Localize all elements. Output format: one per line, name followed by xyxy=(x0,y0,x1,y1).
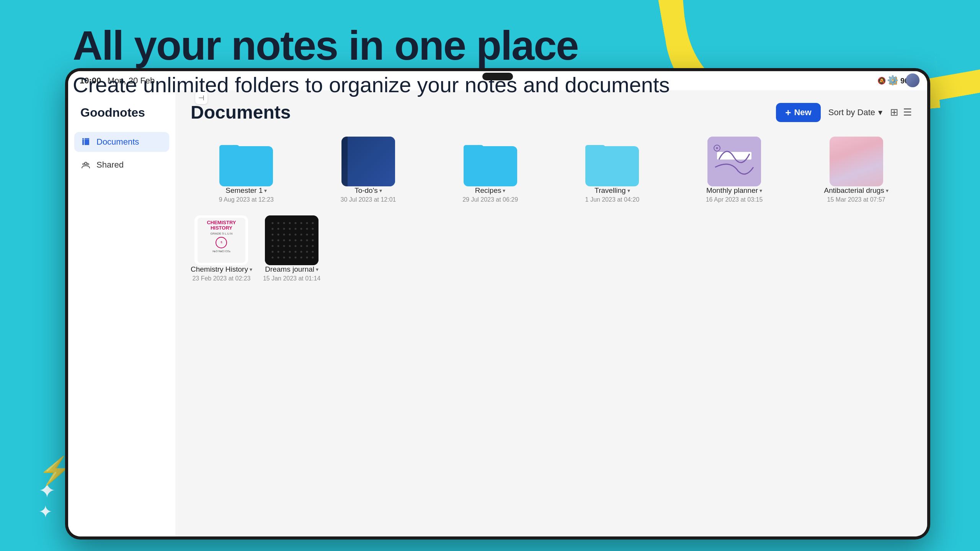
svg-point-3 xyxy=(83,163,84,165)
svg-point-11 xyxy=(283,222,285,224)
documents-grid-row1: Semester 1 ▾ 9 Aug 2023 at 12:23 To-do's xyxy=(191,137,912,203)
chemistry-chevron: ▾ xyxy=(250,266,252,272)
mute-icon: 🔕 xyxy=(877,77,886,85)
svg-point-10 xyxy=(278,222,279,224)
monthly-planner-date: 16 Apr 2023 at 03:15 xyxy=(706,196,763,203)
semester1-chevron: ▾ xyxy=(264,187,267,194)
sort-label: Sort by Date xyxy=(828,108,875,117)
svg-point-37 xyxy=(295,240,297,241)
chemistry-date: 23 Feb 2023 at 02:23 xyxy=(192,275,250,282)
antibacterial-thumbnail xyxy=(830,137,883,186)
svg-point-33 xyxy=(272,240,274,241)
svg-point-53 xyxy=(295,251,297,253)
svg-point-15 xyxy=(306,222,308,224)
svg-point-40 xyxy=(312,240,314,241)
tablet-screen: 10:00 Mon, 20 Feb 🔕 📶 90% ⚙️ ⊣ Goodnotes xyxy=(68,71,927,536)
monthly-planner-chevron: ▾ xyxy=(760,187,762,194)
svg-point-47 xyxy=(306,245,308,247)
svg-point-60 xyxy=(289,257,291,259)
semester1-thumbnail xyxy=(219,137,273,186)
svg-point-52 xyxy=(289,251,291,253)
dreams-date: 15 Jan 2023 at 01:14 xyxy=(263,275,320,282)
svg-point-16 xyxy=(312,222,314,224)
recipes-thumbnail xyxy=(464,137,517,186)
doc-item-chemistry[interactable]: CHEMISTRYHISTORY GRADE 5 L.U.N ⚗ H₂O NaC… xyxy=(191,215,252,282)
collapse-sidebar-button[interactable]: ⊣ xyxy=(195,92,207,104)
app-logo: Goodnotes xyxy=(74,102,169,129)
dreams-thumbnail xyxy=(265,215,318,265)
chemistry-thumbnail: CHEMISTRYHISTORY GRADE 5 L.U.N ⚗ H₂O NaC… xyxy=(194,215,248,265)
recipes-name: Recipes ▾ xyxy=(475,186,506,195)
doc-item-dreams[interactable]: Dreams journal ▾ 15 Jan 2023 at 01:14 xyxy=(263,215,320,282)
svg-point-17 xyxy=(272,228,274,230)
svg-point-35 xyxy=(283,240,285,241)
hero-subtitle: Create unlimited folders to organize you… xyxy=(73,72,670,97)
svg-point-13 xyxy=(295,222,297,224)
main-content: Documents + New Sort by Date ▾ ⊞ ☰ xyxy=(175,90,927,536)
svg-rect-5 xyxy=(707,137,761,186)
page-title: Documents xyxy=(191,102,291,123)
svg-point-46 xyxy=(301,245,302,247)
documents-label: Documents xyxy=(96,137,139,147)
svg-point-32 xyxy=(312,234,314,236)
new-button[interactable]: + New xyxy=(776,103,820,122)
svg-point-48 xyxy=(312,245,314,247)
svg-point-20 xyxy=(289,228,291,230)
doc-item-semester1[interactable]: Semester 1 ▾ 9 Aug 2023 at 12:23 xyxy=(191,137,302,203)
app-layout: ⊣ Goodnotes Documents xyxy=(68,90,927,536)
svg-point-62 xyxy=(301,257,302,259)
svg-point-12 xyxy=(289,222,291,224)
svg-point-31 xyxy=(306,234,308,236)
todos-thumbnail xyxy=(341,137,395,186)
svg-point-38 xyxy=(301,240,302,241)
svg-point-41 xyxy=(272,245,274,247)
travelling-date: 1 Jun 2023 at 04:20 xyxy=(585,196,639,203)
svg-point-27 xyxy=(283,234,285,236)
camera-notch xyxy=(482,73,513,80)
travelling-chevron: ▾ xyxy=(627,187,630,194)
svg-point-54 xyxy=(301,251,302,253)
header-actions: + New Sort by Date ▾ ⊞ ☰ xyxy=(776,103,912,122)
hero-section: All your notes in one place Create unlim… xyxy=(73,23,670,97)
svg-point-30 xyxy=(301,234,302,236)
svg-point-21 xyxy=(295,228,297,230)
travelling-thumbnail xyxy=(585,137,639,186)
doc-item-antibacterial[interactable]: Antibacterial drugs ▾ 15 Mar 2023 at 07:… xyxy=(800,137,912,203)
svg-point-42 xyxy=(278,245,279,247)
doc-item-recipes[interactable]: Recipes ▾ 29 Jul 2023 at 06:29 xyxy=(434,137,546,203)
svg-point-9 xyxy=(272,222,274,224)
svg-point-45 xyxy=(295,245,297,247)
sidebar-item-shared[interactable]: Shared xyxy=(74,155,169,175)
svg-point-39 xyxy=(306,240,308,241)
svg-point-51 xyxy=(283,251,285,253)
svg-point-57 xyxy=(272,257,274,259)
svg-point-59 xyxy=(283,257,285,259)
list-view-icon[interactable]: ☰ xyxy=(903,106,912,118)
avatar[interactable] xyxy=(906,73,920,87)
doc-item-travelling[interactable]: Travelling ▾ 1 Jun 2023 at 04:20 xyxy=(557,137,668,203)
travelling-name: Travelling ▾ xyxy=(595,186,630,195)
antibacterial-date: 15 Mar 2023 at 07:57 xyxy=(827,196,885,203)
sidebar-item-documents[interactable]: Documents xyxy=(74,132,169,152)
svg-point-19 xyxy=(283,228,285,230)
todos-name: To-do's ▾ xyxy=(354,186,382,195)
doc-item-todos[interactable]: To-do's ▾ 30 Jul 2023 at 12:01 xyxy=(313,137,424,203)
settings-icon[interactable]: ⚙️ xyxy=(886,73,900,87)
chemistry-name: Chemistry History ▾ xyxy=(191,265,252,274)
todos-date: 30 Jul 2023 at 12:01 xyxy=(340,196,396,203)
documents-icon xyxy=(80,137,91,147)
tablet-frame: 10:00 Mon, 20 Feb 🔕 📶 90% ⚙️ ⊣ Goodnotes xyxy=(65,68,930,540)
svg-point-2 xyxy=(85,162,87,165)
svg-point-64 xyxy=(312,257,314,259)
grid-view-icon[interactable]: ⊞ xyxy=(890,106,898,118)
recipes-date: 29 Jul 2023 at 06:29 xyxy=(462,196,518,203)
svg-point-44 xyxy=(289,245,291,247)
doc-item-monthly-planner[interactable]: Monthly planner ▾ 16 Apr 2023 at 03:15 xyxy=(679,137,790,203)
svg-point-34 xyxy=(278,240,279,241)
svg-point-24 xyxy=(312,228,314,230)
svg-point-25 xyxy=(272,234,274,236)
monthly-planner-thumbnail xyxy=(707,137,761,186)
svg-point-43 xyxy=(283,245,285,247)
shared-label: Shared xyxy=(96,160,124,170)
sort-button[interactable]: Sort by Date ▾ xyxy=(828,108,882,117)
